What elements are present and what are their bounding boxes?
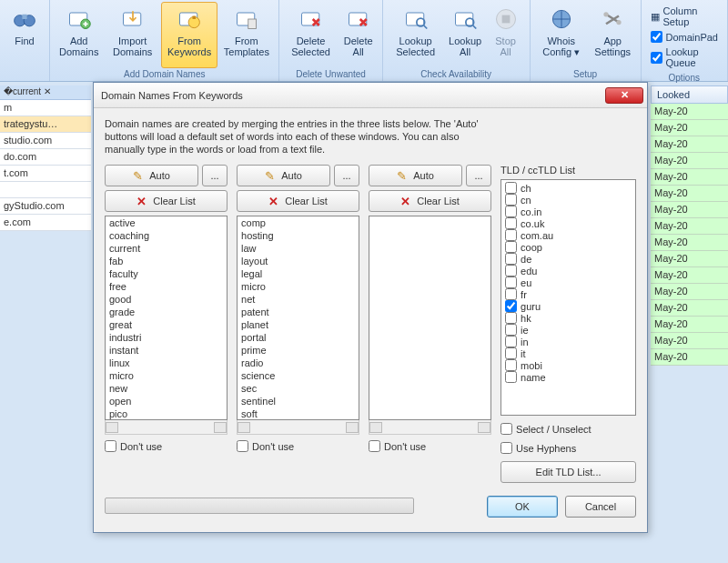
cancel-button[interactable]: Cancel [565, 496, 636, 518]
list-item[interactable]: radio [238, 357, 359, 369]
list-item[interactable]: comp [238, 216, 359, 229]
lookup-queue-checkbox[interactable]: Lookup Queue [651, 46, 718, 68]
keyword-list-1[interactable]: activecoachingcurrentfabfacultyfreegoodg… [105, 216, 228, 420]
list-item[interactable]: science [238, 369, 359, 382]
list-item[interactable]: linux [106, 357, 227, 369]
list-item[interactable]: patent [238, 306, 359, 318]
tld-item[interactable]: fr [503, 288, 633, 300]
clear-button-2[interactable]: ✕Clear List [237, 190, 359, 212]
lookup-all-button[interactable]: Lookup All [445, 2, 486, 68]
column-header[interactable]: Looked [651, 85, 728, 104]
tld-item[interactable]: com.au [503, 229, 633, 241]
hscroll-3[interactable] [369, 420, 491, 435]
browse-button-3[interactable]: ... [466, 165, 491, 186]
table-row[interactable]: gyStudio.com [0, 198, 91, 215]
list-item[interactable]: prime [238, 344, 359, 357]
list-item[interactable]: industri [106, 331, 227, 344]
keyword-list-3[interactable] [369, 216, 491, 420]
tld-item[interactable]: co.in [503, 206, 633, 217]
list-item[interactable]: micro [238, 280, 359, 293]
list-item[interactable]: open [106, 395, 227, 407]
list-item[interactable]: active [106, 216, 227, 229]
table-row[interactable]: do.com [0, 149, 91, 166]
hscroll-1[interactable] [105, 420, 228, 435]
list-item[interactable]: current [106, 242, 227, 255]
table-row[interactable] [0, 182, 91, 198]
tld-item[interactable]: mobi [503, 359, 633, 371]
table-row[interactable]: studio.com [0, 133, 91, 149]
delete-all-button[interactable]: Delete All [339, 2, 379, 68]
column-setup-button[interactable]: ▦Column Setup [651, 5, 718, 27]
stop-all-button[interactable]: Stop All [486, 2, 526, 68]
table-row[interactable]: trategystu… [0, 116, 91, 133]
list-item[interactable]: hosting [238, 229, 359, 242]
list-item[interactable]: layout [238, 255, 359, 267]
list-item[interactable]: free [106, 280, 227, 293]
list-item[interactable]: legal [238, 267, 359, 280]
whois-config-button[interactable]: Whois Config ▾ [534, 2, 589, 68]
list-item[interactable]: soft [238, 407, 359, 420]
tld-item[interactable]: co.uk [503, 217, 633, 229]
tld-item[interactable]: edu [503, 265, 633, 276]
list-item[interactable]: micro [106, 369, 227, 382]
dialog-titlebar[interactable]: Domain Names From Keywords ✕ [94, 83, 647, 108]
dont-use-3[interactable]: Don't use [369, 440, 491, 452]
list-item[interactable]: instant [106, 344, 227, 357]
ok-button[interactable]: OK [487, 496, 558, 518]
tld-item[interactable]: hk [503, 312, 633, 324]
tld-item[interactable]: cn [503, 194, 633, 206]
tld-item[interactable]: in [503, 336, 633, 347]
tld-item[interactable]: it [503, 347, 633, 359]
domainpad-checkbox[interactable]: DomainPad [651, 31, 718, 43]
tld-item[interactable]: eu [503, 276, 633, 288]
list-item[interactable]: planet [238, 318, 359, 331]
clear-button-1[interactable]: ✕Clear List [105, 190, 228, 212]
list-item[interactable]: coaching [106, 229, 227, 242]
list-item[interactable]: sec [238, 382, 359, 395]
hscroll-2[interactable] [237, 420, 359, 435]
list-item[interactable]: sentinel [238, 395, 359, 407]
list-item[interactable]: good [106, 293, 227, 306]
list-item[interactable]: new [106, 382, 227, 395]
tld-item[interactable]: ie [503, 324, 633, 336]
lookup-selected-button[interactable]: Lookup Selected [387, 2, 445, 68]
auto-button-2[interactable]: ✎Auto [237, 165, 330, 186]
clear-button-3[interactable]: ✕Clear List [369, 190, 491, 212]
list-item[interactable]: great [106, 318, 227, 331]
dont-use-1[interactable]: Don't use [105, 440, 228, 452]
from-templates-button[interactable]: From Templates [217, 2, 275, 68]
select-unselect-checkbox[interactable]: Select / Unselect [500, 423, 636, 435]
table-row[interactable]: m [0, 100, 91, 116]
tld-item[interactable]: de [503, 253, 633, 265]
tld-item[interactable]: ch [503, 182, 633, 194]
find-button[interactable]: Find [4, 2, 46, 68]
list-item[interactable]: net [238, 293, 359, 306]
close-button[interactable]: ✕ [605, 87, 643, 104]
tld-list[interactable]: chcnco.inco.ukcom.aucoopdeedueufrguruhki… [500, 179, 636, 416]
import-domains-button[interactable]: Import Domains [104, 2, 161, 68]
table-row[interactable]: e.com [0, 215, 91, 231]
list-item[interactable]: grade [106, 306, 227, 318]
list-item[interactable]: law [238, 242, 359, 255]
add-domains-button[interactable]: Add Domains [54, 2, 104, 68]
browse-button-2[interactable]: ... [334, 165, 359, 186]
list-item[interactable]: faculty [106, 267, 227, 280]
browse-button-1[interactable]: ... [202, 165, 228, 186]
table-row[interactable]: t.com [0, 166, 91, 182]
list-item[interactable]: portal [238, 331, 359, 344]
edit-tld-button[interactable]: Edit TLD List... [500, 461, 636, 483]
list-item[interactable]: fab [106, 255, 227, 267]
tld-item[interactable]: guru [503, 300, 633, 312]
import-icon [118, 5, 147, 34]
auto-button-3[interactable]: ✎Auto [369, 165, 462, 186]
use-hyphens-checkbox[interactable]: Use Hyphens [500, 442, 636, 454]
auto-button-1[interactable]: ✎Auto [105, 165, 198, 186]
tld-item[interactable]: coop [503, 241, 633, 253]
list-item[interactable]: pico [106, 407, 227, 420]
delete-selected-button[interactable]: Delete Selected [283, 2, 338, 68]
keyword-list-2[interactable]: comphostinglawlayoutlegalmicronetpatentp… [237, 216, 359, 420]
dont-use-2[interactable]: Don't use [237, 440, 359, 452]
app-settings-button[interactable]: App Settings [589, 2, 637, 68]
from-keywords-button[interactable]: From Keywords [161, 2, 217, 68]
tld-item[interactable]: name [503, 371, 633, 383]
